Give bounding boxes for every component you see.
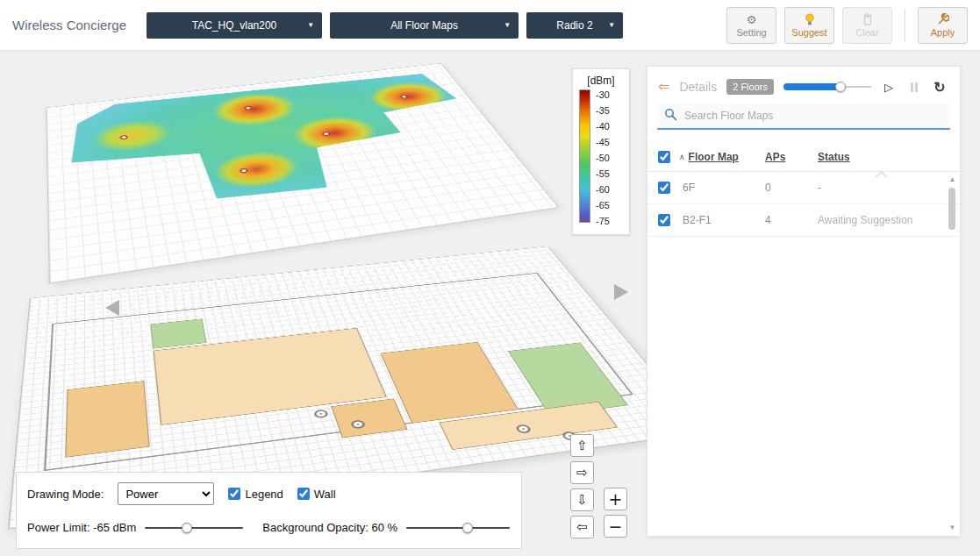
- background-opacity-label: Background Opacity: 60 %: [262, 521, 397, 534]
- legend-tick: -50: [596, 153, 610, 163]
- playback-speed-slider[interactable]: [783, 82, 871, 92]
- wall-checkbox-input[interactable]: [297, 488, 310, 500]
- floor-status: Awaiting Suggestion: [818, 214, 949, 226]
- wrench-icon: [937, 13, 949, 26]
- toolbar-divider: [905, 9, 905, 42]
- pause-button[interactable]: [906, 79, 922, 95]
- slider-fill: [783, 83, 841, 90]
- pan-down-button[interactable]: ⇩: [570, 488, 594, 511]
- legend-checkbox[interactable]: Legend: [228, 488, 283, 501]
- table-row[interactable]: B2-F1 4 Awaiting Suggestion: [647, 204, 960, 237]
- column-aps[interactable]: APs: [765, 151, 785, 163]
- minus-icon: −: [609, 517, 623, 536]
- apply-button[interactable]: Apply: [918, 7, 968, 44]
- table-header: ∧ Floor Map APs Status: [647, 142, 960, 172]
- legend-tick: -40: [596, 121, 610, 132]
- legend-checkbox-input[interactable]: [228, 488, 240, 500]
- legend-unit-label: [dBm]: [579, 75, 623, 87]
- drawing-mode-label: Drawing Mode:: [27, 488, 104, 501]
- legend-tick: -55: [596, 168, 610, 179]
- details-panel: ⇐ Details 2 Floors ▷ ↻: [647, 66, 961, 537]
- row-checkbox[interactable]: [658, 214, 670, 226]
- floor-map-search[interactable]: [657, 103, 950, 130]
- power-limit-slider[interactable]: [145, 527, 243, 529]
- zoom-in-button[interactable]: +: [604, 488, 627, 510]
- setting-button[interactable]: ⚙ Setting: [726, 7, 776, 44]
- panel-scrollbar[interactable]: ▲ ▼: [947, 176, 958, 531]
- slider-thumb[interactable]: [835, 82, 846, 92]
- details-title: Details: [679, 80, 717, 94]
- play-button[interactable]: ▷: [881, 79, 897, 95]
- legend-tick: -30: [596, 89, 610, 100]
- network-dropdown-value: TAC_HQ_vlan200: [192, 19, 277, 32]
- column-floor-map[interactable]: Floor Map: [689, 151, 739, 163]
- room: [65, 381, 149, 458]
- arrow-right-icon: ⇨: [576, 465, 588, 481]
- radio-dropdown-value: Radio 2: [556, 19, 592, 32]
- floormaps-dropdown[interactable]: All Floor Maps ▼: [330, 12, 519, 39]
- clear-button[interactable]: Clear: [842, 7, 892, 44]
- map-arrow-icon: [614, 284, 628, 300]
- refresh-button[interactable]: ↻: [932, 79, 948, 95]
- legend-tick: -45: [596, 137, 610, 147]
- row-checkbox[interactable]: [658, 182, 670, 194]
- map-arrow-icon: [105, 300, 119, 316]
- setting-button-label: Setting: [736, 27, 766, 38]
- legend-tick: -65: [596, 200, 610, 210]
- apply-button-label: Apply: [931, 27, 955, 38]
- legend-tick: -35: [596, 105, 610, 116]
- drawing-controls: Drawing Mode: Power Legend Wall Power Li…: [16, 472, 522, 549]
- radio-dropdown[interactable]: Radio 2 ▼: [526, 12, 623, 39]
- ap-count: 4: [765, 214, 818, 226]
- wall-checkbox[interactable]: Wall: [297, 488, 336, 501]
- map-canvas[interactable]: [dBm] -30 -35 -40 -45 -50 -55 -60 -65 -7…: [0, 51, 980, 556]
- refresh-icon: ↻: [934, 79, 945, 96]
- search-icon: [664, 108, 677, 125]
- network-dropdown[interactable]: TAC_HQ_vlan200 ▼: [147, 12, 322, 39]
- arrow-down-icon: ⇩: [576, 492, 588, 508]
- arrow-left-icon: ⇦: [576, 519, 588, 535]
- wall-checkbox-label: Wall: [314, 488, 336, 501]
- column-status[interactable]: Status: [818, 151, 850, 163]
- floormaps-dropdown-value: All Floor Maps: [390, 19, 458, 32]
- ap-count: 0: [765, 182, 818, 194]
- table-row[interactable]: 6F 0 -: [647, 172, 960, 204]
- chevron-down-icon: ▼: [307, 21, 314, 29]
- pause-icon: [911, 82, 918, 92]
- suggest-button[interactable]: Suggest: [784, 7, 834, 44]
- app-title: Wireless Concierge: [12, 18, 126, 32]
- select-all-checkbox[interactable]: [658, 151, 670, 163]
- sort-ascending-icon: ∧: [679, 153, 685, 161]
- search-input[interactable]: [684, 110, 943, 122]
- scrollbar-thumb[interactable]: [948, 188, 955, 230]
- scroll-up-icon[interactable]: ▲: [949, 176, 956, 183]
- legend-tick: -60: [596, 184, 610, 195]
- lightbulb-icon: [805, 13, 815, 26]
- signal-heatmap: [68, 68, 507, 222]
- room: [332, 398, 408, 438]
- floors-count-badge: 2 Floors: [726, 79, 774, 95]
- gear-icon: ⚙: [747, 13, 757, 26]
- arrow-up-icon: ⇧: [576, 438, 588, 453]
- background-opacity-slider[interactable]: [406, 527, 510, 529]
- scroll-down-icon[interactable]: ▼: [949, 524, 956, 531]
- legend-color-scale: [579, 89, 590, 223]
- pan-up-button[interactable]: ⇧: [570, 434, 594, 457]
- zoom-out-button[interactable]: −: [604, 515, 627, 538]
- legend-tick: -75: [596, 216, 610, 226]
- chevron-down-icon: ▼: [608, 21, 615, 29]
- play-icon: ▷: [884, 81, 893, 94]
- legend-checkbox-label: Legend: [245, 488, 283, 501]
- power-limit-label: Power Limit: -65 dBm: [27, 521, 136, 534]
- trash-icon: [862, 13, 873, 26]
- drawing-mode-select[interactable]: Power: [118, 482, 214, 505]
- floor-status: -: [818, 182, 949, 194]
- pan-right-button[interactable]: ⇨: [570, 461, 594, 484]
- chevron-down-icon: ▼: [504, 21, 511, 29]
- details-panel-header: ⇐ Details 2 Floors ▷ ↻: [647, 67, 960, 103]
- collapse-panel-icon[interactable]: ⇐: [658, 80, 669, 94]
- top-bar: Wireless Concierge TAC_HQ_vlan200 ▼ All …: [0, 0, 980, 51]
- plus-icon: +: [609, 489, 623, 509]
- pan-left-button[interactable]: ⇦: [570, 516, 594, 538]
- floor-name: B2-F1: [670, 214, 765, 226]
